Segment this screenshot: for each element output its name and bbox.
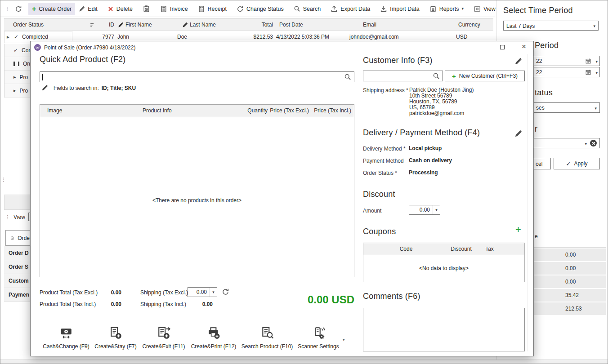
col-discount[interactable]: Discount (444, 246, 478, 252)
scanner-settings-button[interactable]: Scanner Settings (291, 326, 345, 350)
order-row[interactable]: On (4, 57, 30, 71)
tab-order-details[interactable]: Orde (5, 230, 30, 246)
delete-button[interactable]: Delete (104, 3, 136, 15)
shipping-excl-spinner[interactable]: 0.00 ▾ (188, 287, 217, 297)
cash-icon (59, 326, 73, 340)
chevron-down-icon: ▾ (461, 7, 464, 11)
edit-button[interactable]: Edit (75, 3, 101, 15)
order-row[interactable]: ▸Pro (4, 71, 30, 84)
col-image[interactable]: Image (47, 107, 62, 114)
new-customer-button[interactable]: + New Customer (Ctrl+F3) (445, 71, 525, 81)
invoice-button[interactable]: Invoice (156, 3, 192, 15)
totals-row: 212.53 (534, 302, 606, 315)
order-status-value: Processing (409, 169, 438, 176)
column-post-date[interactable]: Post Date (279, 22, 303, 28)
edit-delivery-icon[interactable] (514, 130, 522, 138)
create-exit-button[interactable]: Create&Exit (F11) (137, 326, 191, 350)
search-product-button[interactable]: Search Product (F10) (240, 326, 294, 350)
change-status-button[interactable]: Change Status (233, 3, 287, 15)
time-preset-select[interactable]: Last 7 Days ▾ (503, 21, 599, 31)
col-price-incl[interactable]: Price (Tax Incl.) (307, 107, 351, 114)
close-icon[interactable]: × (522, 43, 526, 50)
product-search-input[interactable] (40, 71, 354, 82)
receipt-button[interactable]: Receipt (194, 3, 230, 15)
add-coupon-icon[interactable]: + (515, 225, 521, 235)
date-to-field[interactable]: 22 ▾ (534, 67, 600, 77)
col-code[interactable]: Code (390, 246, 422, 252)
row-expander-icon[interactable]: ▸ (7, 34, 9, 40)
column-email[interactable]: Email (363, 22, 376, 28)
import-data-icon (381, 6, 386, 11)
customer-search-input[interactable] (363, 71, 443, 81)
maximize-button[interactable] (500, 45, 505, 49)
search-button[interactable]: Search (290, 3, 325, 15)
more-actions-icon[interactable]: ▾ (343, 338, 345, 342)
create-print-button[interactable]: Create&Print (F12) (187, 326, 241, 350)
cash-change-button[interactable]: Cash&Change (F9) (39, 326, 93, 350)
order-row[interactable]: ✓Con (4, 44, 30, 57)
status-filter-value-fragment: ses (536, 105, 545, 111)
list-item-paymen[interactable]: Paymen (4, 288, 30, 302)
create-order-button[interactable]: +Create Order (28, 3, 75, 15)
cancel-button[interactable]: cel (534, 158, 551, 169)
clear-filter-icon[interactable] (590, 140, 597, 146)
column-order-status[interactable]: Order Status (13, 22, 44, 28)
payment-method-label: Payment Method (363, 158, 404, 164)
date-from-field[interactable]: 22 ▾ (534, 56, 600, 66)
row-last-name: Doe (177, 34, 187, 40)
row-email: johndoe@gmail.com (349, 34, 399, 40)
list-item-custom[interactable]: Custom (4, 274, 30, 288)
comments-textarea[interactable] (363, 308, 525, 351)
search-icon[interactable] (344, 73, 351, 80)
col-product-info[interactable]: Product Info (143, 107, 172, 114)
filter-select[interactable]: ▾ (534, 138, 600, 148)
pencil-icon[interactable] (41, 84, 48, 91)
orders-partial-rows: ✓Con On ▸Pro ▸Pro (4, 44, 30, 98)
recalc-shipping-icon[interactable] (222, 288, 229, 296)
reports-icon (431, 6, 435, 12)
pencil-icon (80, 6, 85, 11)
chevron-down-icon[interactable]: ▾ (595, 71, 598, 75)
fields-to-search-row: Fields to search in: ID; Title; SKU (41, 84, 136, 91)
list-item-order-s[interactable]: Order S (4, 260, 30, 274)
reports-button[interactable]: Reports▾ (426, 3, 467, 15)
create-order-label: Create Order (39, 6, 72, 12)
refresh-button[interactable] (11, 3, 26, 15)
product-total-incl-label: Product Total (Tax Incl.) (40, 301, 96, 307)
column-last-name[interactable]: Last Name (190, 22, 216, 28)
list-item-order-d[interactable]: Order D (4, 246, 30, 260)
chevron-down-icon[interactable]: ▾ (433, 205, 440, 214)
discount-amount-spinner[interactable]: 0.00 ▾ (409, 205, 440, 215)
col-quantity[interactable]: Quantity (229, 107, 268, 114)
column-total[interactable]: Total (242, 22, 273, 28)
status-filter-select[interactable]: ses ▾ (534, 102, 600, 113)
reports-label: Reports (439, 6, 459, 12)
toolbar-grip-icon[interactable]: ⋮ (3, 5, 11, 12)
apply-button[interactable]: ✓ Apply (554, 158, 600, 169)
list-item-label: Paymen (9, 292, 29, 298)
chevron-down-icon[interactable]: ▾ (210, 288, 217, 297)
coupons-table-header: Code Discount Tax (363, 243, 524, 255)
import-data-button[interactable]: Import Data (376, 3, 423, 15)
preview-orders-button[interactable] (139, 3, 154, 15)
order-row[interactable]: ▸Pro (4, 84, 30, 98)
custom-period-heading-fragment: Period (535, 41, 559, 50)
column-currency[interactable]: Currency (458, 22, 480, 28)
splitter-grip[interactable]: ⋮ (1, 177, 6, 183)
column-first-name[interactable]: First Name (125, 22, 152, 28)
col-price-excl[interactable]: Price (Tax Excl.) (265, 107, 309, 114)
chevron-down-icon[interactable]: ▾ (595, 60, 598, 64)
export-data-button[interactable]: Export Data (327, 3, 374, 15)
col-tax[interactable]: Tax (479, 246, 500, 252)
edit-customer-icon[interactable] (514, 58, 522, 65)
grip-icon[interactable]: ⋮ (5, 214, 10, 220)
create-stay-button[interactable]: Create&Stay (F7) (89, 326, 143, 350)
dialog-right-divider (528, 54, 528, 351)
calendar-icon[interactable] (585, 58, 591, 64)
column-id[interactable]: ID (94, 22, 114, 28)
calendar-icon[interactable] (585, 69, 591, 75)
view-eye-icon (474, 7, 480, 11)
search-icon[interactable] (433, 72, 440, 80)
export-data-label: Export Data (340, 6, 370, 12)
receipt-doc-icon (199, 6, 204, 11)
